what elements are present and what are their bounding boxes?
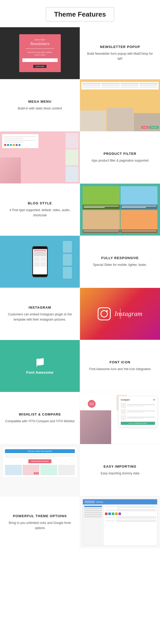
font-icon-image-cell: Font Awesome [0, 340, 80, 392]
product-filter-title: PRODUCT FILTER [104, 152, 136, 156]
newsletter-submit-mockup: SUBSCRIBE [33, 65, 46, 68]
side-item-1 [63, 241, 72, 253]
pf-row-1 [4, 136, 36, 137]
to-content-row-1 [105, 506, 156, 508]
mega-menu-image-cell: Casuals TRENDING [80, 79, 160, 131]
phone-thumb-2 [40, 257, 46, 261]
feature-row-mega-menu: MEGA MENU Build-in with static block con… [0, 79, 160, 131]
newsletter-mockup: Join Our Newsletters Subscribe to get la… [0, 27, 80, 79]
newsletter-desc: Build Newsletter form popup with MailChi… [85, 51, 155, 61]
mega-cell-8 [139, 87, 158, 88]
instagram-text-cell: INSTAGRAM Customers can embed Instagram … [0, 288, 80, 340]
feature-row-blog-style: BLOG STYLE 4 Post type supported: defaul… [0, 183, 160, 236]
theme-options-image-cell: YetiShop [80, 496, 160, 548]
blog-text-6 [122, 231, 157, 231]
to-content-row-4 [105, 520, 156, 522]
wc-product-name-3 [127, 417, 155, 418]
import-dialog: Dummy content had imported! Import Demo … [3, 447, 77, 477]
to-input-3 [116, 516, 156, 518]
feature-row-instagram: INSTAGRAM Customers can embed Instagram … [0, 288, 160, 340]
pf-colors [4, 144, 36, 146]
theme-options-desc: Bring to you unlimited color and Google … [5, 521, 75, 530]
import-btn[interactable]: Import Demo Version [28, 459, 52, 463]
blog-item-3 [83, 210, 120, 233]
font-icon-title: FONT ICON [110, 360, 131, 364]
to-sidebar-item-2 [84, 508, 102, 509]
newsletter-title: NEWSLETTER POPUP [100, 45, 140, 49]
to-color-swatches [105, 513, 156, 515]
theme-options-text-cell: POWERFUL THEME OPTIONS Bring to you unli… [0, 496, 80, 548]
wishlist-image-cell: out of stock Compare ✕ [80, 392, 160, 444]
feature-row-product-filter: PRODUCT FILTER Ajax product filter & pag… [0, 131, 160, 183]
font-icon-text-cell: FONT ICON Font Awesome Icon and Yeti ico… [80, 340, 160, 392]
mega-menu-mockup: Casuals TRENDING [80, 79, 160, 131]
to-input-2 [116, 509, 156, 511]
wc-product-name-1 [127, 404, 155, 405]
import-line-2 [5, 456, 75, 456]
phone-banner [34, 251, 46, 256]
font-awesome-label: Font Awesome [26, 370, 54, 375]
badge-casuals: Casuals [141, 126, 149, 129]
mega-col-2 [101, 83, 119, 84]
feature-row-importing: Dummy content had imported! Import Demo … [0, 444, 160, 496]
swatch-red [105, 513, 108, 515]
pf-product-1 [65, 133, 78, 149]
blog-text-5 [84, 231, 119, 231]
wc-product-img-1 [121, 403, 126, 408]
mega-cell-1 [82, 85, 101, 86]
import-line-3 [5, 457, 54, 458]
instagram-mockup: Instagram [80, 288, 160, 340]
pf-products-list [65, 133, 78, 182]
wc-product-img-3 [121, 415, 126, 420]
swatch-purple [118, 513, 121, 515]
font-awesome-flag-icon [35, 357, 45, 368]
phone-device [32, 246, 48, 277]
feature-row-theme-options: POWERFUL THEME OPTIONS Bring to you unli… [0, 496, 160, 548]
mega-cell-7 [121, 87, 139, 88]
pf-row-3 [4, 140, 36, 141]
mega-table-row-1 [82, 85, 158, 86]
product-filter-image-cell [0, 131, 80, 183]
wc-compare-btn[interactable]: GO TO COMPARE TABLE [121, 422, 155, 425]
pf-row-2 [4, 138, 23, 139]
features-grid: Join Our Newsletters Subscribe to get la… [0, 27, 160, 548]
blog-overlay-1 [83, 205, 120, 209]
newsletter-popup-mockup: Join Our Newsletters Subscribe to get la… [19, 34, 61, 72]
to-header-logo [84, 501, 95, 503]
mega-badges: Casuals TRENDING [141, 126, 159, 129]
importing-title: EASY IMPORTING [104, 465, 136, 468]
to-sidebar-item-3 [84, 510, 102, 511]
wc-product-price-1 [127, 406, 144, 406]
to-label-2 [105, 510, 115, 511]
phone-thumb-4 [40, 262, 46, 267]
page-title-section: Theme Features [0, 0, 160, 27]
wc-compare-dialog: Compare ✕ [118, 396, 157, 427]
blog-grid [83, 186, 157, 233]
instagram-brand-row: Instagram [98, 307, 142, 320]
wc-close-icon[interactable]: ✕ [153, 398, 155, 401]
color-purple [16, 144, 18, 146]
wc-product-3 [121, 415, 155, 420]
product-filter-text-cell: PRODUCT FILTER Ajax product filter & pag… [80, 131, 160, 183]
importing-desc: Easy importing dummy data [101, 471, 139, 476]
to-input-1 [116, 506, 156, 508]
to-input-4 [116, 520, 156, 522]
importing-mockup: Dummy content had imported! Import Demo … [0, 444, 80, 496]
wc-dialog-title: Compare [121, 399, 130, 401]
mega-cell-5 [82, 87, 101, 88]
wc-product-name-2 [127, 411, 155, 411]
feature-row-wishlist: WISHLIST & COMPARE Compatible with YITH … [0, 392, 160, 444]
blog-overlay-4 [121, 230, 158, 233]
responsive-desc: Special Slider for mobile: lighter, fast… [93, 262, 147, 267]
instagram-brand-text: Instagram [115, 310, 142, 318]
product-filter-mockup [0, 131, 80, 183]
phone-side-items [63, 241, 72, 279]
to-body [83, 504, 157, 545]
phone-product-row-1 [34, 257, 46, 261]
newsletter-description: Subscribe to get latest updates,news & d… [22, 51, 58, 56]
to-content-row-2 [105, 509, 156, 511]
wc-product-2 [121, 409, 155, 414]
side-item-3 [63, 267, 72, 279]
import-line-1 [5, 454, 75, 455]
mega-menu-inner: Casuals TRENDING [80, 79, 160, 131]
